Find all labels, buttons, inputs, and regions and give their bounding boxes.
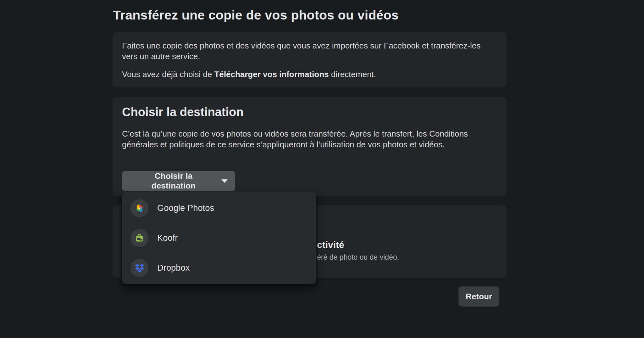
dropbox-icon [135, 264, 144, 273]
intro-paragraph-2-suffix: directement. [329, 70, 376, 79]
koofr-icon-circle [130, 229, 148, 247]
menu-item-label: Dropbox [157, 263, 190, 273]
destination-description: C’est là qu’une copie de vos photos ou v… [122, 128, 497, 150]
intro-paragraph-2: Vous avez déjà choisi de Télécharger vos… [122, 69, 497, 80]
transfer-photos-page: Transférez une copie de vos photos ou vi… [0, 0, 644, 338]
destination-menu: Google Photos Koofr [122, 192, 316, 284]
google-photos-icon-circle [130, 199, 148, 217]
menu-item-dropbox[interactable]: Dropbox [122, 253, 316, 283]
menu-item-label: Koofr [157, 233, 178, 243]
back-button[interactable]: Retour [458, 286, 499, 307]
menu-item-koofr[interactable]: Koofr [122, 223, 316, 253]
intro-paragraph-2-prefix: Vous avez déjà choisi de [122, 70, 214, 79]
dropbox-icon-circle [130, 259, 148, 277]
activity-card-text-partial: éré de photo ou de vidéo. [317, 252, 399, 262]
google-photos-icon [135, 203, 145, 213]
destination-card-heading: Choisir la destination [122, 105, 497, 119]
intro-card: Faites une copie des photos et des vidéo… [113, 32, 506, 87]
caret-down-icon [221, 179, 228, 183]
koofr-icon [135, 233, 144, 243]
menu-item-label: Google Photos [157, 203, 214, 213]
activity-card-heading-partial: ctivité [317, 239, 344, 251]
page-title: Transférez une copie de vos photos ou vi… [113, 8, 399, 23]
menu-item-google-photos[interactable]: Google Photos [122, 193, 316, 223]
download-your-information-emphasis: Télécharger vos informations [214, 70, 329, 79]
choose-destination-dropdown-label: Choisir la destination [131, 171, 216, 191]
destination-card: Choisir la destination C’est là qu’une c… [113, 97, 506, 196]
intro-paragraph-1: Faites une copie des photos et des vidéo… [122, 40, 497, 62]
choose-destination-dropdown[interactable]: Choisir la destination [122, 171, 235, 191]
